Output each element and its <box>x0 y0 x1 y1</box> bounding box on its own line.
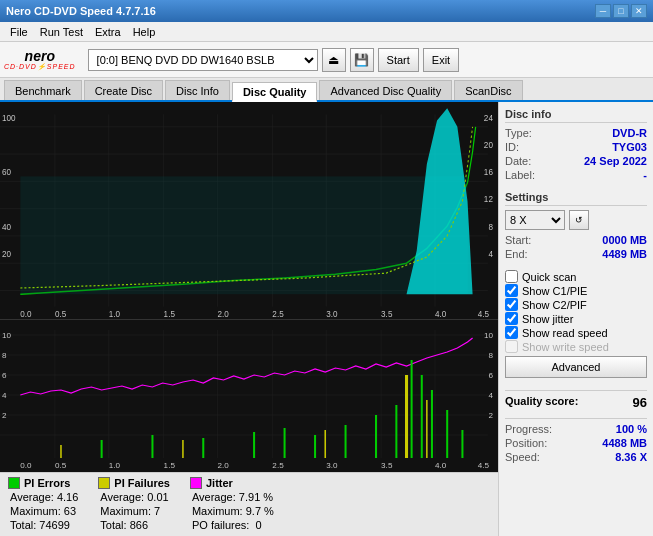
start-mb-row: Start: 0000 MB <box>505 234 647 246</box>
menu-help[interactable]: Help <box>127 25 162 39</box>
show-c1-pie-row: Show C1/PIE <box>505 284 647 297</box>
tab-advanced-disc-quality[interactable]: Advanced Disc Quality <box>319 80 452 100</box>
legend-pi-failures: PI Failures Average: 0.01 Maximum: 7 Tot… <box>98 477 170 532</box>
settings-refresh-btn[interactable]: ↺ <box>569 210 589 230</box>
progress-section: Progress: 100 % Position: 4488 MB Speed:… <box>505 418 647 465</box>
start-value: 0000 MB <box>602 234 647 246</box>
start-label: Start: <box>505 234 531 246</box>
eject-button[interactable]: ⏏ <box>322 48 346 72</box>
progress-label: Progress: <box>505 423 552 435</box>
svg-text:40: 40 <box>2 221 11 232</box>
svg-text:0.5: 0.5 <box>55 308 66 319</box>
nero-logo: nero CD·DVD⚡SPEED <box>4 49 76 71</box>
pi-errors-label: PI Errors <box>24 477 70 489</box>
quality-score-row: Quality score: 96 <box>505 390 647 410</box>
disc-label-value: - <box>643 169 647 181</box>
exit-button[interactable]: Exit <box>423 48 459 72</box>
end-label: End: <box>505 248 528 260</box>
jitter-maximum: Maximum: 9.7 % <box>190 505 274 517</box>
svg-text:4.5: 4.5 <box>478 308 489 319</box>
progress-row: Progress: 100 % <box>505 423 647 435</box>
disc-date-label: Date: <box>505 155 531 167</box>
main-content: 24 20 16 12 8 4 100 60 40 20 <box>0 102 653 536</box>
quick-scan-label: Quick scan <box>522 271 576 283</box>
disc-type-row: Type: DVD-R <box>505 127 647 139</box>
svg-text:24: 24 <box>484 112 493 123</box>
svg-text:3.0: 3.0 <box>326 461 338 470</box>
jitter-color <box>190 477 202 489</box>
speed-label: Speed: <box>505 451 540 463</box>
advanced-button[interactable]: Advanced <box>505 356 647 378</box>
close-button[interactable]: ✕ <box>631 4 647 18</box>
position-label: Position: <box>505 437 547 449</box>
speed-combo[interactable]: 8 X <box>505 210 565 230</box>
nero-logo-subtitle: CD·DVD⚡SPEED <box>4 63 76 71</box>
show-jitter-row: Show jitter <box>505 312 647 325</box>
maximize-button[interactable]: □ <box>613 4 629 18</box>
svg-text:1.5: 1.5 <box>164 461 176 470</box>
save-button[interactable]: 💾 <box>350 48 374 72</box>
svg-text:8: 8 <box>488 221 493 232</box>
drive-selector: [0:0] BENQ DVD DD DW1640 BSLB <box>88 49 318 71</box>
tab-disc-quality[interactable]: Disc Quality <box>232 82 318 102</box>
svg-text:0.0: 0.0 <box>20 461 32 470</box>
svg-text:4.0: 4.0 <box>435 308 446 319</box>
nero-logo-text: nero <box>25 49 55 63</box>
disc-type-value: DVD-R <box>612 127 647 139</box>
show-write-speed-checkbox[interactable] <box>505 340 518 353</box>
quick-scan-row: Quick scan <box>505 270 647 283</box>
svg-text:1.5: 1.5 <box>164 308 175 319</box>
show-read-speed-checkbox[interactable] <box>505 326 518 339</box>
drive-combo[interactable]: [0:0] BENQ DVD DD DW1640 BSLB <box>88 49 318 71</box>
show-c2-pif-checkbox[interactable] <box>505 298 518 311</box>
menu-extra[interactable]: Extra <box>89 25 127 39</box>
svg-text:4.5: 4.5 <box>478 461 490 470</box>
progress-value: 100 % <box>616 423 647 435</box>
svg-text:10: 10 <box>484 331 494 340</box>
svg-text:12: 12 <box>484 194 493 205</box>
svg-text:3.5: 3.5 <box>381 308 392 319</box>
pi-failures-label: PI Failures <box>114 477 170 489</box>
quick-scan-checkbox[interactable] <box>505 270 518 283</box>
show-c1-pie-checkbox[interactable] <box>505 284 518 297</box>
tab-create-disc[interactable]: Create Disc <box>84 80 163 100</box>
speed-row: Speed: 8.36 X <box>505 451 647 463</box>
pi-errors-color <box>8 477 20 489</box>
tab-benchmark[interactable]: Benchmark <box>4 80 82 100</box>
title-bar: Nero CD-DVD Speed 4.7.7.16 ─ □ ✕ <box>0 0 653 22</box>
toolbar: nero CD·DVD⚡SPEED [0:0] BENQ DVD DD DW16… <box>0 42 653 78</box>
menu-run-test[interactable]: Run Test <box>34 25 89 39</box>
svg-text:4: 4 <box>488 391 493 400</box>
disc-info-section: Disc info Type: DVD-R ID: TYG03 Date: 24… <box>505 108 647 183</box>
show-c1-pie-label: Show C1/PIE <box>522 285 587 297</box>
pi-failures-average: Average: 0.01 <box>98 491 170 503</box>
show-read-speed-label: Show read speed <box>522 327 608 339</box>
disc-id-label: ID: <box>505 141 519 153</box>
svg-rect-26 <box>20 176 467 294</box>
svg-text:6: 6 <box>488 371 493 380</box>
svg-text:4: 4 <box>488 248 493 259</box>
svg-text:2.0: 2.0 <box>217 308 228 319</box>
bottom-chart: 10 8 6 4 2 10 8 6 4 2 <box>0 320 498 472</box>
svg-text:100: 100 <box>2 112 16 123</box>
show-c2-pif-row: Show C2/PIF <box>505 298 647 311</box>
svg-text:10: 10 <box>2 331 12 340</box>
sidebar: Disc info Type: DVD-R ID: TYG03 Date: 24… <box>498 102 653 536</box>
tab-scan-disc[interactable]: ScanDisc <box>454 80 522 100</box>
show-jitter-checkbox[interactable] <box>505 312 518 325</box>
legend-pi-errors: PI Errors Average: 4.16 Maximum: 63 Tota… <box>8 477 78 532</box>
minimize-button[interactable]: ─ <box>595 4 611 18</box>
svg-text:2.5: 2.5 <box>272 461 284 470</box>
menu-file[interactable]: File <box>4 25 34 39</box>
show-read-speed-row: Show read speed <box>505 326 647 339</box>
disc-label-row: Label: - <box>505 169 647 181</box>
start-button[interactable]: Start <box>378 48 419 72</box>
svg-text:16: 16 <box>484 166 493 177</box>
svg-text:2: 2 <box>2 411 7 420</box>
disc-label-label: Label: <box>505 169 535 181</box>
jitter-label: Jitter <box>206 477 233 489</box>
tab-disc-info[interactable]: Disc Info <box>165 80 230 100</box>
disc-type-label: Type: <box>505 127 532 139</box>
quality-score-value: 96 <box>633 395 647 410</box>
checkboxes-section: Quick scan Show C1/PIE Show C2/PIF Show … <box>505 270 647 378</box>
